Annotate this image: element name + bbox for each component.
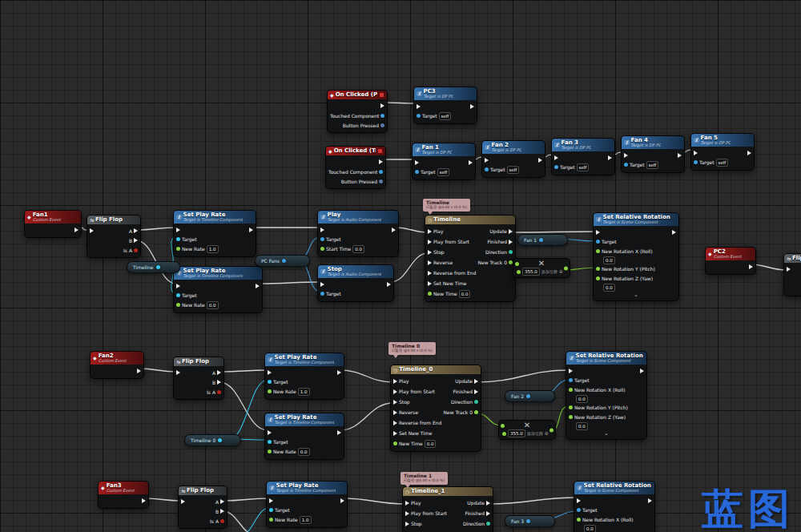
float-pin[interactable] bbox=[596, 276, 600, 280]
float-pin[interactable] bbox=[269, 518, 273, 522]
add-pin-icon[interactable]: ⊕ bbox=[559, 269, 563, 274]
pin-value-input[interactable]: 0.0 bbox=[576, 395, 588, 403]
key-pin[interactable] bbox=[380, 123, 384, 127]
exec-pin[interactable] bbox=[176, 370, 180, 375]
bool-pin[interactable] bbox=[220, 519, 224, 523]
exec-pin[interactable] bbox=[393, 410, 397, 415]
exec-pin[interactable] bbox=[392, 228, 396, 232]
exec-pin[interactable] bbox=[387, 282, 391, 287]
exec-pin[interactable] bbox=[577, 498, 581, 503]
multiplier-value-input[interactable]: 355.0 bbox=[522, 268, 540, 276]
flip-flop-3[interactable]: ⇆Flip FlopABIs A bbox=[178, 486, 227, 529]
fan1-event[interactable]: ◆Fan1Custom Event bbox=[24, 210, 82, 238]
flip-flop-1[interactable]: ⇆Flip FlopABIs A bbox=[87, 215, 141, 258]
obj-pin[interactable] bbox=[569, 378, 573, 382]
obj-pin[interactable] bbox=[596, 240, 600, 244]
exec-pin[interactable] bbox=[134, 228, 138, 233]
pin-value-input[interactable]: 0.0 bbox=[425, 440, 437, 448]
exec-pin[interactable] bbox=[485, 158, 489, 163]
key-pin[interactable] bbox=[379, 179, 383, 183]
float-pin[interactable] bbox=[428, 292, 432, 296]
exec-pin[interactable] bbox=[320, 228, 324, 232]
exec-pin[interactable] bbox=[428, 250, 432, 255]
set-play-rate-2[interactable]: fSet Play RateTarget is Timeline Compone… bbox=[173, 266, 263, 313]
pc-fans-var[interactable]: PC Fans bbox=[255, 255, 310, 267]
exec-pin[interactable] bbox=[428, 271, 432, 276]
pin-value-input[interactable]: 0.0 bbox=[603, 284, 615, 292]
enum-pin[interactable] bbox=[474, 400, 478, 404]
fan2-event[interactable]: ◆Fan2Custom Event bbox=[90, 351, 144, 379]
pc3-call[interactable]: fPC3Target is DP PCTargetself bbox=[413, 87, 477, 124]
exec-pin[interactable] bbox=[672, 230, 676, 235]
exec-pin[interactable] bbox=[393, 431, 397, 436]
pin-value-input[interactable]: self bbox=[646, 161, 659, 169]
timeline-var[interactable]: Timeline bbox=[127, 261, 180, 273]
pin-value-input[interactable]: 1.0 bbox=[298, 388, 310, 396]
exec-pin[interactable] bbox=[749, 264, 753, 269]
variable-output-pin[interactable] bbox=[539, 238, 543, 242]
exec-pin[interactable] bbox=[405, 511, 409, 516]
blueprint-graph-canvas[interactable]: 蓝图 ◆On Clicked (PC_1)Touched ComponentBu… bbox=[0, 0, 801, 532]
stop-audio[interactable]: fStopTarget is Audio ComponentTarget bbox=[317, 264, 394, 302]
exec-pin[interactable] bbox=[176, 228, 180, 232]
exec-pin[interactable] bbox=[181, 499, 185, 504]
chevron-down-icon[interactable]: ⌄ bbox=[634, 293, 638, 296]
variable-output-pin[interactable] bbox=[156, 265, 160, 269]
tlc-pin[interactable] bbox=[269, 508, 273, 512]
float-pin[interactable] bbox=[474, 410, 478, 414]
obj-pin[interactable] bbox=[415, 170, 419, 174]
exec-pin[interactable] bbox=[469, 160, 473, 165]
exec-pin[interactable] bbox=[509, 229, 513, 234]
float-pin[interactable] bbox=[596, 267, 600, 271]
exec-pin[interactable] bbox=[624, 153, 628, 158]
exec-pin[interactable] bbox=[393, 400, 397, 405]
exec-pin[interactable] bbox=[694, 151, 698, 155]
tlc-pin[interactable] bbox=[176, 237, 180, 241]
chevron-down-icon[interactable]: ⌄ bbox=[604, 432, 609, 435]
pin-value-input[interactable]: self bbox=[437, 168, 450, 176]
exec-pin[interactable] bbox=[474, 379, 478, 384]
exec-pin[interactable] bbox=[428, 281, 432, 286]
multiply-output-pin[interactable] bbox=[564, 266, 568, 270]
exec-pin[interactable] bbox=[648, 498, 652, 503]
fan4-call[interactable]: fFan 4Target is DP PCTargetself bbox=[621, 135, 685, 173]
bool-pin[interactable] bbox=[134, 248, 138, 252]
exec-pin[interactable] bbox=[554, 155, 558, 160]
multiply-1[interactable]: ✕355.0添加引脚⊕ bbox=[513, 258, 570, 278]
tlc-pin[interactable] bbox=[268, 380, 272, 384]
float-pin[interactable] bbox=[569, 388, 573, 392]
multiply-input-pin[interactable] bbox=[517, 270, 521, 274]
exec-pin[interactable] bbox=[428, 260, 432, 265]
exec-pin[interactable] bbox=[74, 228, 78, 232]
float-pin[interactable] bbox=[596, 249, 600, 253]
fan1-var[interactable]: Fan 1 bbox=[517, 234, 568, 246]
exec-pin[interactable] bbox=[176, 284, 180, 288]
exec-pin[interactable] bbox=[256, 284, 260, 288]
multiply-input-pin[interactable] bbox=[515, 262, 519, 266]
obj-pin[interactable] bbox=[577, 508, 581, 512]
fan3-call[interactable]: fFan 3Target is DP PCTargetself bbox=[551, 138, 615, 175]
exec-pin[interactable] bbox=[268, 370, 272, 375]
tlc-pin[interactable] bbox=[176, 293, 180, 297]
timeline-1-node[interactable]: ◷Timeline_1PlayUpdatePlay from StartFini… bbox=[402, 486, 493, 532]
fan2-var[interactable]: Fan 2 bbox=[505, 390, 555, 402]
exec-pin[interactable] bbox=[380, 103, 384, 108]
exec-pin[interactable] bbox=[474, 389, 478, 394]
exec-pin[interactable] bbox=[486, 511, 490, 516]
variable-output-pin[interactable] bbox=[282, 259, 286, 263]
exec-pin[interactable] bbox=[608, 155, 612, 160]
exec-pin[interactable] bbox=[486, 501, 490, 506]
bool-pin[interactable] bbox=[217, 390, 221, 394]
float-pin[interactable] bbox=[176, 247, 180, 251]
pin-value-input[interactable]: 1.0 bbox=[300, 516, 312, 524]
multiply-2[interactable]: ✕355.0添加引脚⊕ bbox=[498, 420, 556, 440]
exec-pin[interactable] bbox=[393, 421, 397, 425]
set-play-rate-1[interactable]: fSet Play RateTarget is Timeline Compone… bbox=[173, 210, 256, 257]
exec-pin[interactable] bbox=[134, 238, 138, 243]
on-clicked-trigger[interactable]: ◆On Clicked (Trigger)Touched ComponentBu… bbox=[325, 146, 386, 189]
exec-pin[interactable] bbox=[538, 158, 542, 163]
exec-pin[interactable] bbox=[470, 104, 474, 109]
exec-pin[interactable] bbox=[142, 498, 146, 503]
exec-pin[interactable] bbox=[678, 153, 682, 158]
exec-pin[interactable] bbox=[269, 498, 273, 503]
